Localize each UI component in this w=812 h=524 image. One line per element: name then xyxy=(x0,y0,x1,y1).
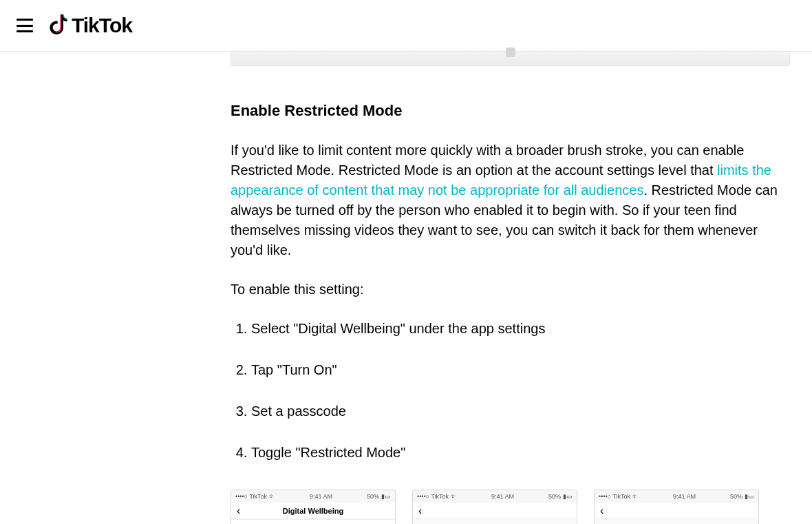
steps-list: Select "Digital Wellbeing" under the app… xyxy=(231,319,784,462)
tiktok-logo[interactable]: TikTok xyxy=(50,14,132,37)
step-item: Set a passcode xyxy=(251,401,784,421)
phone-nav: ‹ xyxy=(595,503,758,519)
back-icon[interactable]: ‹ xyxy=(237,505,240,517)
paragraph-restricted-mode: If you'd like to limit content more quic… xyxy=(231,140,784,260)
site-header: TikTok xyxy=(0,0,812,52)
phone-screenshot-3: ••••○ TikTok ᯤ 9:41 AM 50% ▮▭ ‹ xyxy=(594,490,759,524)
wifi-icon: ᯤ xyxy=(269,493,275,500)
battery-icon: ▮▭ xyxy=(563,493,573,500)
section-heading: Enable Restricted Mode xyxy=(231,102,784,120)
status-carrier: ••••○ TikTok xyxy=(417,493,449,500)
tiktok-note-icon xyxy=(50,14,69,36)
status-time: 9:41 AM xyxy=(491,493,514,500)
wifi-icon: ᯤ xyxy=(451,493,457,500)
status-time: 9:41 AM xyxy=(310,493,332,500)
phone-screenshot-2: ••••○ TikTok ᯤ 9:41 AM 50% ▮▭ ‹ xyxy=(412,490,577,524)
battery-icon: ▮▭ xyxy=(381,493,391,500)
phone-statusbar: ••••○ TikTok ᯤ 9:41 AM 50% ▮▭ xyxy=(413,490,577,503)
phone-screenshots-row: ••••○ TikTok ᯤ 9:41 AM 50% ▮▭ ‹ Digital … xyxy=(231,490,784,524)
article-content: Enable Restricted Mode If you'd like to … xyxy=(0,52,812,524)
status-battery: 50% xyxy=(367,493,379,500)
battery-icon: ▮▭ xyxy=(745,493,754,500)
back-icon[interactable]: ‹ xyxy=(418,505,422,517)
phone-screenshot-1: ••••○ TikTok ᯤ 9:41 AM 50% ▮▭ ‹ Digital … xyxy=(231,490,396,524)
status-carrier: ••••○ TikTok xyxy=(599,493,630,500)
para1-pre: If you'd like to limit content more quic… xyxy=(231,143,744,178)
status-time: 9:41 AM xyxy=(673,493,696,500)
phone-nav: ‹ Digital Wellbeing xyxy=(231,503,395,519)
step-item: Tap "Turn On" xyxy=(251,360,784,379)
paragraph-enable-intro: To enable this setting: xyxy=(231,280,784,300)
status-battery: 50% xyxy=(548,493,561,500)
phone-nav: ‹ xyxy=(413,503,577,519)
phone-statusbar: ••••○ TikTok ᯤ 9:41 AM 50% ▮▭ xyxy=(231,490,395,503)
wifi-icon: ᯤ xyxy=(632,493,639,500)
prior-screenshot-fragment xyxy=(231,52,790,66)
menu-icon[interactable] xyxy=(17,19,33,32)
phone-setting-row[interactable]: Screen Time Management Off › xyxy=(231,519,395,524)
back-icon[interactable]: ‹ xyxy=(600,505,603,517)
phone-statusbar: ••••○ TikTok ᯤ 9:41 AM 50% ▮▭ xyxy=(595,490,758,503)
status-carrier: ••••○ TikTok xyxy=(235,493,267,500)
phone-title: Digital Wellbeing xyxy=(231,507,395,515)
step-item: Toggle "Restricted Mode" xyxy=(251,443,784,462)
step-item: Select "Digital Wellbeing" under the app… xyxy=(251,319,784,338)
logo-text: TikTok xyxy=(72,14,132,37)
status-battery: 50% xyxy=(730,493,742,500)
